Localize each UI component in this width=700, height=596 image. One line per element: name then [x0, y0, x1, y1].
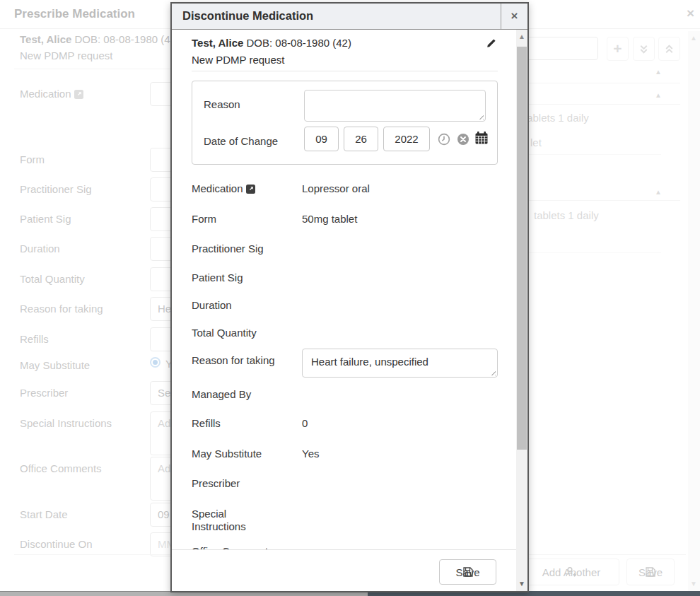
patient-dob: DOB: 08-08-1980 (42): [247, 37, 351, 49]
month-input[interactable]: [304, 127, 339, 151]
row-value-form: 50mg tablet: [302, 213, 357, 225]
calendar-icon[interactable]: [474, 131, 489, 145]
dialog-body: Test, Alice DOB: 08-08-1980 (42) New PDM…: [172, 30, 527, 591]
row-label-reason-for-taking: Reason for taking: [192, 354, 275, 367]
discontinue-medication-dialog: Discontinue Medication × Test, Alice DOB…: [170, 2, 529, 592]
row-value-may-substitute: Yes: [302, 448, 319, 460]
row-label-patient-sig: Patient Sig: [192, 271, 243, 284]
dialog-footer: Save: [172, 549, 516, 591]
edit-pencil-icon[interactable]: [486, 38, 496, 49]
row-label-medication: Medication: [192, 182, 255, 195]
row-label-managed-by: Managed By: [192, 388, 251, 401]
resize-handle[interactable]: [477, 113, 484, 119]
scroll-down-icon[interactable]: ▼: [518, 580, 525, 588]
reason-label: Reason: [204, 98, 240, 110]
row-label-total-quantity: Total Quantity: [192, 327, 257, 339]
scroll-up-icon[interactable]: ▲: [518, 33, 525, 40]
row-label-duration: Duration: [192, 299, 232, 312]
year-input[interactable]: [383, 127, 430, 151]
row-label-refills: Refills: [192, 417, 221, 430]
row-value-refills: 0: [302, 417, 308, 429]
divider: [192, 71, 498, 71]
row-label-special-instructions: Special Instructions: [192, 508, 276, 533]
dialog-title: Discontinue Medication: [182, 9, 313, 23]
row-label-may-substitute: May Substitute: [192, 448, 262, 460]
scrollbar-thumb[interactable]: [517, 47, 527, 450]
dialog-close-button[interactable]: ×: [501, 4, 527, 29]
screen: Prescribe Medication × Test, Alice DOB: …: [0, 0, 700, 596]
reason-for-taking-textarea[interactable]: Heart failure, unspecified: [302, 349, 498, 378]
patient-name: Test, Alice: [192, 37, 243, 49]
external-link-icon[interactable]: [246, 185, 255, 194]
patient-subtitle: New PDMP request: [192, 54, 284, 66]
resize-handle[interactable]: [489, 369, 496, 375]
row-label-prescriber: Prescriber: [192, 477, 240, 490]
dialog-save-button[interactable]: Save: [439, 559, 496, 585]
close-icon: ×: [511, 9, 518, 23]
row-label-practitioner-sig: Practitioner Sig: [192, 243, 264, 255]
clear-date-icon[interactable]: [457, 133, 469, 146]
row-label-form: Form: [192, 213, 216, 226]
reason-for-taking-value: Heart failure, unspecified: [311, 356, 428, 368]
day-input[interactable]: [344, 127, 378, 151]
dialog-scrollbar[interactable]: ▲ ▼: [516, 30, 527, 591]
clock-icon[interactable]: [438, 133, 450, 146]
change-details-box: Reason Date of Change: [192, 81, 498, 165]
patient-info-line: Test, Alice DOB: 08-08-1980 (42): [192, 37, 351, 49]
dialog-header[interactable]: Discontinue Medication ×: [172, 4, 527, 30]
reason-textarea[interactable]: [304, 90, 486, 122]
row-value-medication: Lopressor oral: [302, 182, 370, 194]
save-floppy-icon: [462, 566, 474, 578]
date-of-change-label: Date of Change: [204, 135, 278, 147]
